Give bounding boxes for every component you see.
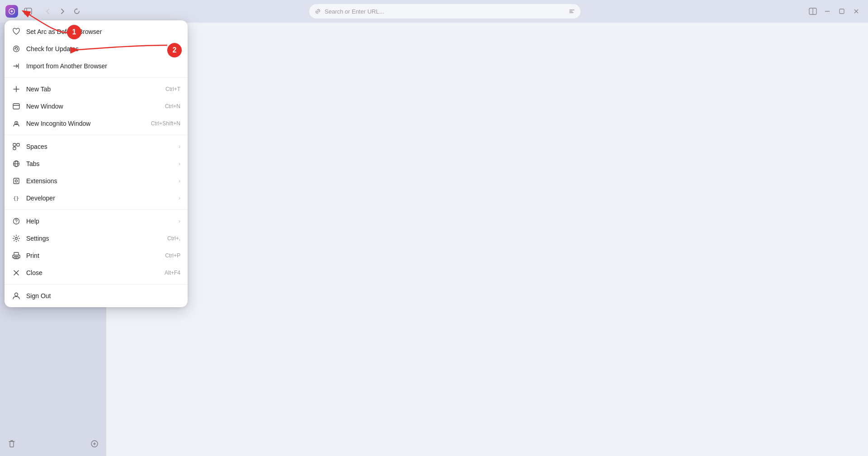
settings-label: Settings: [26, 235, 162, 242]
help-label: Help: [26, 218, 173, 225]
annotation-1: 1: [67, 25, 81, 39]
url-bar-container: Search or Enter URL...: [87, 4, 803, 19]
developer-label: Developer: [26, 195, 173, 202]
globe-icon: [12, 159, 21, 168]
browser-chrome: Search or Enter URL...: [0, 0, 868, 23]
svg-rect-0: [24, 8, 32, 14]
spaces-chevron: ›: [179, 143, 180, 150]
menu-item-close[interactable]: Close Alt+F4: [5, 264, 188, 281]
menu-item-new-window[interactable]: New Window Ctrl+N: [5, 98, 188, 115]
dropdown-menu: Set Arc as Default Browser Check for Upd…: [5, 20, 188, 307]
svg-point-38: [15, 293, 18, 296]
menu-item-new-tab[interactable]: New Tab Ctrl+T: [5, 81, 188, 98]
arc-logo-button[interactable]: [5, 5, 18, 18]
svg-rect-20: [13, 143, 16, 146]
back-button[interactable]: [42, 5, 54, 18]
trash-icon[interactable]: [7, 439, 16, 450]
sidebar-toggle-button[interactable]: [22, 5, 34, 18]
close-label: Close: [26, 269, 159, 276]
close-x-icon: [12, 268, 21, 277]
extensions-icon: [12, 176, 21, 185]
menu-section-4: Help › Settings Ctrl+,: [5, 209, 188, 284]
menu-item-set-default[interactable]: Set Arc as Default Browser: [5, 23, 188, 40]
svg-point-11: [14, 46, 19, 52]
user-icon: [12, 291, 21, 300]
svg-point-31: [15, 238, 18, 240]
main-content: [106, 23, 868, 456]
spaces-label: Spaces: [26, 143, 173, 150]
heart-icon: [12, 27, 21, 36]
set-default-label: Set Arc as Default Browser: [26, 28, 180, 35]
new-tab-shortcut: Ctrl+T: [165, 86, 180, 92]
menu-item-spaces[interactable]: Spaces ›: [5, 138, 188, 155]
menu-item-check-updates[interactable]: Check for Updates: [5, 40, 188, 57]
annotation-2: 2: [167, 43, 182, 57]
svg-text:{}: {}: [13, 195, 19, 201]
svg-rect-22: [13, 147, 16, 150]
incognito-icon: [12, 119, 21, 128]
menu-section-1: Set Arc as Default Browser Check for Upd…: [5, 20, 188, 77]
spaces-icon: [12, 142, 21, 151]
help-chevron: ›: [179, 218, 180, 224]
new-incognito-label: New Incognito Window: [26, 120, 146, 127]
sidebar-bottom: [0, 433, 106, 456]
developer-chevron: ›: [179, 195, 180, 201]
new-tab-label: New Tab: [26, 86, 160, 93]
plus-icon: [12, 85, 21, 94]
check-updates-label: Check for Updates: [26, 45, 180, 52]
new-incognito-shortcut: Ctrl+Shift+N: [151, 120, 180, 127]
settings-shortcut: Ctrl+,: [167, 235, 180, 242]
sign-out-label: Sign Out: [26, 292, 180, 299]
menu-item-developer[interactable]: {} Developer ›: [5, 190, 188, 207]
svg-rect-21: [17, 143, 19, 146]
developer-icon: {}: [12, 194, 21, 203]
close-shortcut: Alt+F4: [165, 270, 180, 276]
menu-item-print[interactable]: Print Ctrl+P: [5, 247, 188, 264]
svg-point-19: [16, 123, 17, 124]
tabs-chevron: ›: [179, 161, 180, 167]
print-icon: [12, 251, 21, 260]
reload-button[interactable]: [71, 5, 83, 18]
extensions-label: Extensions: [26, 177, 173, 185]
url-settings-icon: [569, 8, 575, 14]
svg-point-30: [16, 223, 16, 223]
menu-item-sign-out[interactable]: Sign Out: [5, 287, 188, 304]
nav-buttons: [42, 5, 83, 18]
update-icon: [12, 44, 21, 53]
menu-item-help[interactable]: Help ›: [5, 213, 188, 230]
tabs-label: Tabs: [26, 160, 173, 167]
link-icon: [315, 8, 321, 14]
new-window-shortcut: Ctrl+N: [165, 103, 180, 109]
menu-item-settings[interactable]: Settings Ctrl+,: [5, 230, 188, 247]
menu-item-extensions[interactable]: Extensions ›: [5, 172, 188, 190]
menu-item-import-browser[interactable]: Import from Another Browser: [5, 57, 188, 75]
svg-rect-32: [14, 252, 19, 255]
import-icon: [12, 62, 21, 71]
svg-point-27: [15, 180, 18, 182]
menu-section-5: Sign Out: [5, 284, 188, 307]
window-icon: [12, 102, 21, 111]
close-window-button[interactable]: [850, 5, 863, 18]
new-tab-sidebar-button[interactable]: [90, 439, 99, 450]
new-window-label: New Window: [26, 103, 160, 110]
svg-rect-16: [13, 104, 19, 109]
extensions-chevron: ›: [179, 178, 180, 184]
svg-rect-26: [14, 178, 19, 184]
menu-section-3: Spaces › Tabs › Extensions ›: [5, 135, 188, 209]
print-shortcut: Ctrl+P: [165, 252, 180, 259]
svg-rect-5: [840, 9, 844, 14]
minimize-button[interactable]: [821, 5, 834, 18]
import-browser-label: Import from Another Browser: [26, 62, 180, 70]
print-label: Print: [26, 252, 160, 259]
menu-item-tabs[interactable]: Tabs ›: [5, 155, 188, 172]
maximize-button[interactable]: [835, 5, 848, 18]
url-bar[interactable]: Search or Enter URL...: [309, 4, 580, 19]
split-view-button[interactable]: [807, 5, 819, 18]
settings-icon: [12, 234, 21, 243]
url-placeholder: Search or Enter URL...: [325, 8, 384, 15]
menu-item-new-incognito[interactable]: New Incognito Window Ctrl+Shift+N: [5, 115, 188, 132]
window-controls: [807, 5, 863, 18]
help-icon: [12, 217, 21, 226]
menu-section-2: New Tab Ctrl+T New Window Ctrl+N New: [5, 77, 188, 135]
forward-button[interactable]: [56, 5, 69, 18]
